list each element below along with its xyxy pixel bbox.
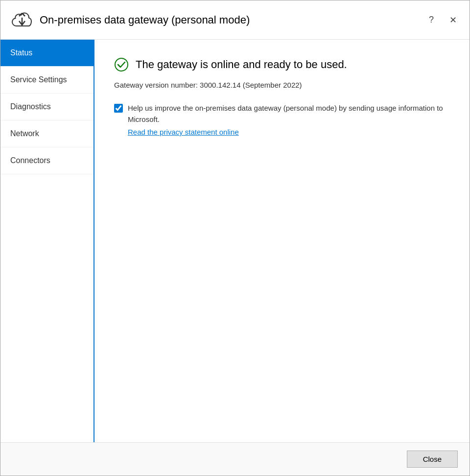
close-button[interactable]: Close <box>407 451 458 468</box>
sidebar-item-network[interactable]: Network <box>0 120 94 147</box>
content-panel: The gateway is online and ready to be us… <box>94 40 470 442</box>
status-title-text: The gateway is online and ready to be us… <box>136 58 347 71</box>
main-content: Status Service Settings Diagnostics Netw… <box>0 40 470 442</box>
version-text: Gateway version number: 3000.142.14 (Sep… <box>114 81 450 89</box>
help-button[interactable]: ? <box>423 11 440 29</box>
cloud-gateway-icon <box>10 10 34 30</box>
window-close-button[interactable]: ✕ <box>444 11 462 29</box>
sidebar-item-status[interactable]: Status <box>0 40 94 67</box>
telemetry-checkbox[interactable] <box>114 104 123 113</box>
svg-line-2 <box>22 13 25 16</box>
status-row: The gateway is online and ready to be us… <box>114 57 450 72</box>
telemetry-label: Help us improve the on-premises data gat… <box>128 103 450 125</box>
sidebar-item-connectors[interactable]: Connectors <box>0 147 94 174</box>
svg-point-3 <box>115 58 128 71</box>
sidebar-item-diagnostics[interactable]: Diagnostics <box>0 94 94 120</box>
privacy-statement-link[interactable]: Read the privacy statement online <box>128 128 450 136</box>
footer: Close <box>0 442 470 476</box>
title-bar: On-premises data gateway (personal mode)… <box>0 0 470 40</box>
sidebar: Status Service Settings Diagnostics Netw… <box>0 40 94 442</box>
status-online-icon <box>114 57 129 72</box>
app-window: On-premises data gateway (personal mode)… <box>0 0 470 476</box>
telemetry-section: Help us improve the on-premises data gat… <box>114 103 450 136</box>
title-controls: ? ✕ <box>423 11 462 29</box>
window-title: On-premises data gateway (personal mode) <box>40 14 250 26</box>
title-left: On-premises data gateway (personal mode) <box>10 10 250 30</box>
checkbox-label-area: Help us improve the on-premises data gat… <box>128 103 450 136</box>
sidebar-item-service-settings[interactable]: Service Settings <box>0 67 94 94</box>
